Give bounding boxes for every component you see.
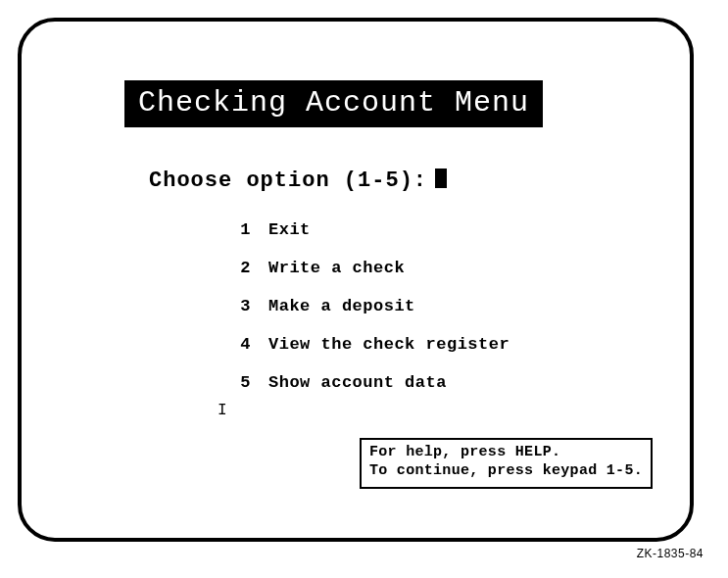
prompt-text: Choose option (1-5): xyxy=(149,169,427,193)
option-number: 5 xyxy=(227,373,251,392)
help-line-2: To continue, press keypad 1-5. xyxy=(369,462,643,481)
figure-id: ZK-1835-84 xyxy=(637,547,704,560)
option-3[interactable]: 3 Make a deposit xyxy=(227,297,660,315)
option-1[interactable]: 1 Exit xyxy=(227,220,660,239)
option-4[interactable]: 4 View the check register xyxy=(227,335,660,354)
input-cursor[interactable] xyxy=(435,169,447,188)
help-line-1: For help, press HELP. xyxy=(369,444,643,462)
help-box: For help, press HELP. To continue, press… xyxy=(360,438,653,489)
menu-options: 1 Exit 2 Write a check 3 Make a deposit … xyxy=(227,220,660,392)
option-number: 2 xyxy=(227,259,251,277)
option-number: 1 xyxy=(227,220,251,239)
option-5[interactable]: 5 Show account data xyxy=(227,373,660,392)
option-number: 3 xyxy=(227,297,251,315)
menu-title: Checking Account Menu xyxy=(124,80,543,127)
option-label: Make a deposit xyxy=(268,297,415,315)
text-cursor-icon: I xyxy=(218,402,227,419)
option-2[interactable]: 2 Write a check xyxy=(227,259,660,277)
option-label: View the check register xyxy=(268,335,510,354)
terminal-screen: Checking Account Menu Choose option (1-5… xyxy=(18,18,694,542)
option-number: 4 xyxy=(227,335,251,354)
option-label: Exit xyxy=(268,220,311,239)
option-label: Show account data xyxy=(268,373,447,392)
option-label: Write a check xyxy=(268,259,405,277)
prompt-row: Choose option (1-5): xyxy=(149,167,660,193)
